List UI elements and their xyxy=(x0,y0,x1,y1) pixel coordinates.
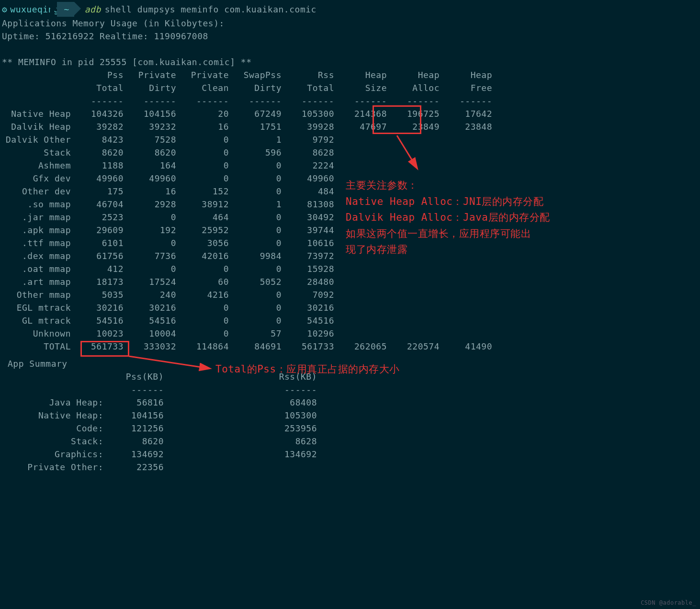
annotation-heap: 主要关注参数： Native Heap Alloc：JNI层的内存分配 Dalv… xyxy=(346,178,550,258)
cell: 0 xyxy=(124,211,176,224)
row-label: Native Heap xyxy=(2,107,74,120)
summary-rss xyxy=(164,461,317,474)
summary-rss: 253956 xyxy=(164,422,317,435)
summary-row: Code:121256253956 xyxy=(2,422,698,435)
svg-line-1 xyxy=(129,356,208,368)
cell: 16 xyxy=(124,185,176,198)
header-line2: Uptime: 516216922 Realtime: 1190967008 xyxy=(2,30,698,43)
cell xyxy=(334,159,387,172)
table-row: Stack8620862005968628 xyxy=(2,146,698,159)
col-header: Heap xyxy=(334,68,387,81)
cell xyxy=(440,275,492,288)
cell xyxy=(440,327,492,340)
cell: 561733 xyxy=(282,340,334,353)
cell: 8423 xyxy=(74,133,124,146)
row-label: Other dev xyxy=(2,185,74,198)
cell: 18173 xyxy=(74,275,124,288)
cell: 41490 xyxy=(440,340,492,353)
svg-line-0 xyxy=(397,135,416,167)
cell: 0 xyxy=(124,262,176,275)
cell: 0 xyxy=(176,172,229,185)
cell: 2928 xyxy=(124,198,176,211)
cell: 39282 xyxy=(74,120,124,133)
cell: 28480 xyxy=(282,275,334,288)
cell: 0 xyxy=(229,185,282,198)
cell: 596 xyxy=(229,146,282,159)
cell: 6101 xyxy=(74,237,124,249)
cell: 3056 xyxy=(176,237,229,249)
cell: 2224 xyxy=(282,159,334,172)
row-label: Ashmem xyxy=(2,159,74,172)
cell: 81308 xyxy=(282,198,334,211)
summary-row: Private Other:22356 xyxy=(2,461,698,474)
cell: 0 xyxy=(229,211,282,224)
highlight-heap-alloc xyxy=(373,105,421,134)
meminfo-table: Pss Private Private SwapPss Rss Heap Hea… xyxy=(2,68,698,353)
cell: 220574 xyxy=(387,340,440,353)
summary-pss: 104156 xyxy=(103,409,164,422)
cell: 0 xyxy=(229,288,282,301)
col-header: Rss xyxy=(282,68,334,81)
annotation-total-pss: Total的Pss：应用真正占据的内存大小 xyxy=(215,361,400,378)
cell: 0 xyxy=(229,262,282,275)
command-args: shell dumpsys meminfo com.kuaikan.comic xyxy=(105,3,316,16)
summary-label: Stack: xyxy=(2,435,103,448)
cell: 10023 xyxy=(74,327,124,340)
cell: 9984 xyxy=(229,249,282,262)
cell: 484 xyxy=(282,185,334,198)
cell: 1 xyxy=(229,198,282,211)
cell: 30492 xyxy=(282,211,334,224)
cell: 4216 xyxy=(176,288,229,301)
summary-label: Code: xyxy=(2,422,103,435)
cell: 2523 xyxy=(74,211,124,224)
cell: 240 xyxy=(124,288,176,301)
table-row: Dalvik Other84237528019792 xyxy=(2,133,698,146)
cell: 54516 xyxy=(282,314,334,327)
cell xyxy=(334,327,387,340)
cell: 152 xyxy=(176,185,229,198)
col-subheader: Alloc xyxy=(387,81,440,94)
table-row: .oat mmap41200015928 xyxy=(2,262,698,275)
summary-pss: 8620 xyxy=(103,435,164,448)
command-adb: adb xyxy=(85,3,101,16)
cell: 7528 xyxy=(124,133,176,146)
summary-label: Java Heap: xyxy=(2,396,103,409)
cell xyxy=(387,288,440,301)
summary-row: Stack:86208628 xyxy=(2,435,698,448)
cell xyxy=(334,146,387,159)
cell: 54516 xyxy=(124,314,176,327)
cell: 0 xyxy=(176,314,229,327)
cell xyxy=(334,133,387,146)
cell: 1188 xyxy=(74,159,124,172)
cell: 412 xyxy=(74,262,124,275)
cell: 8620 xyxy=(124,146,176,159)
cell xyxy=(440,288,492,301)
cell: 39928 xyxy=(282,120,334,133)
row-label: .apk mmap xyxy=(2,224,74,237)
col-subheader: Total xyxy=(74,81,124,94)
cell: 49960 xyxy=(282,172,334,185)
cell: 73972 xyxy=(282,249,334,262)
table-row: Other mmap5035240421607092 xyxy=(2,288,698,301)
col-subheader: Dirty xyxy=(229,81,282,94)
cell: 464 xyxy=(176,211,229,224)
row-label: GL mtrack xyxy=(2,314,74,327)
table-row: .art mmap181731752460505228480 xyxy=(2,275,698,288)
cell: 49960 xyxy=(74,172,124,185)
row-label: Dalvik Other xyxy=(2,133,74,146)
cell xyxy=(334,314,387,327)
row-label: .so mmap xyxy=(2,198,74,211)
row-label: .dex mmap xyxy=(2,249,74,262)
cell: 39232 xyxy=(124,120,176,133)
cell: 0 xyxy=(176,327,229,340)
col-header: Heap xyxy=(440,68,492,81)
cell: 60 xyxy=(176,275,229,288)
cell xyxy=(387,301,440,314)
cell xyxy=(440,146,492,159)
prompt-line[interactable]: ⚙ wuxueqing ~ adb shell dumpsys meminfo … xyxy=(2,2,698,17)
cell: 333032 xyxy=(124,340,176,353)
cell xyxy=(440,262,492,275)
col-subheader: Clean xyxy=(176,81,229,94)
cell: 16 xyxy=(176,120,229,133)
cell xyxy=(334,301,387,314)
